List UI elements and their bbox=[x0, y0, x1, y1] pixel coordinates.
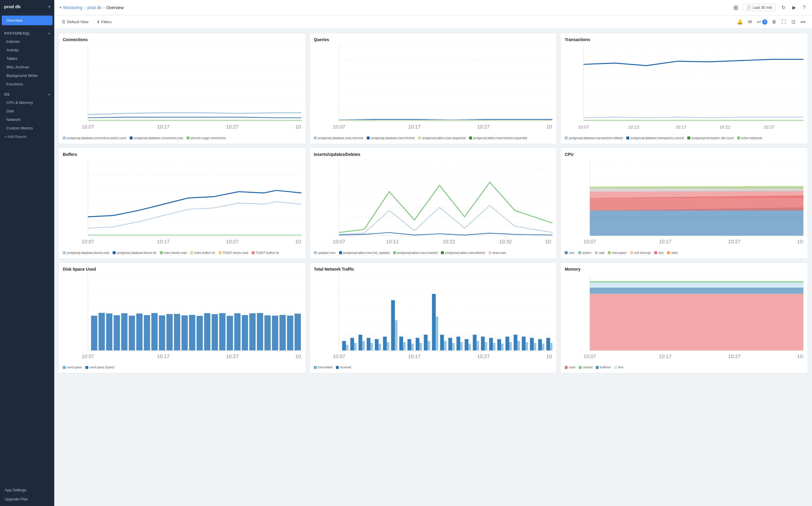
legend-label: buffered bbox=[600, 366, 611, 369]
legend-item: used bbox=[565, 366, 575, 369]
legend-label: used bbox=[569, 366, 575, 369]
postgresql-nav-group: IndexesActivityTablesWAL ArchiverBackgro… bbox=[0, 37, 54, 88]
dashboard: Connections 10:07 10:17 10:27 10:37 post… bbox=[54, 29, 812, 506]
svg-rect-177 bbox=[534, 343, 536, 350]
svg-rect-168 bbox=[497, 339, 501, 350]
chart-area-disk-space: 10:07 10:17 10:27 10:37 bbox=[63, 274, 302, 364]
svg-rect-109 bbox=[234, 313, 240, 350]
chart-title-queries: Queries bbox=[314, 37, 553, 42]
chart-card-cpu: CPU 10:07 10:17 10:27 10:37 usersystemwa… bbox=[560, 148, 808, 259]
svg-rect-106 bbox=[211, 314, 218, 350]
sidebar-item-functions[interactable]: Functions bbox=[0, 80, 54, 88]
db-name: prod db bbox=[4, 4, 20, 9]
sidebar-item-overview[interactable]: Overview bbox=[2, 15, 53, 25]
svg-rect-117 bbox=[295, 314, 301, 350]
chart-area-inserts-updates-deletes: 10:07 10:12 10:22 10:32 10:37 bbox=[314, 160, 553, 249]
legend-item: soft interrupt bbox=[630, 251, 651, 254]
svg-text:10:17: 10:17 bbox=[659, 239, 672, 244]
chart-area-connections: 10:07 10:17 10:27 10:37 bbox=[63, 45, 302, 134]
refresh-icon[interactable]: ↻ bbox=[780, 4, 787, 11]
sidebar-header[interactable]: prod db ▾ bbox=[0, 0, 54, 13]
svg-rect-97 bbox=[144, 315, 150, 350]
legend-color bbox=[418, 137, 421, 140]
svg-text:10:27: 10:27 bbox=[763, 124, 774, 130]
svg-text:10:12: 10:12 bbox=[628, 124, 639, 130]
legend-color bbox=[252, 251, 255, 254]
svg-rect-180 bbox=[546, 338, 550, 350]
breadcrumb-monitoring[interactable]: Monitoring bbox=[63, 5, 82, 10]
legend-item: index blocks read bbox=[160, 251, 187, 254]
legend-item: received bbox=[336, 366, 351, 369]
legend-color bbox=[614, 366, 617, 369]
legend-item: dead rows bbox=[488, 251, 506, 254]
legend-item: cached bbox=[579, 366, 592, 369]
time-label: Last 30 min bbox=[753, 5, 773, 10]
sidebar-item-network[interactable]: Network bbox=[0, 115, 54, 124]
mail-icon[interactable]: ✉ bbox=[747, 18, 753, 26]
legend-color bbox=[113, 251, 116, 254]
breadcrumb-sep2: › bbox=[103, 5, 105, 10]
legend-label: received bbox=[340, 366, 351, 369]
svg-rect-146 bbox=[407, 339, 411, 350]
legend-item: steal bbox=[667, 251, 677, 254]
chart-legend-inserts-updates-deletes: updated rowspostgresql.tables.rows.hot_u… bbox=[314, 251, 553, 254]
sidebar-section-postgresql[interactable]: PostgreSQL ▾ bbox=[0, 28, 54, 37]
sidebar-item-custom-metrics[interactable]: Custom Metrics bbox=[0, 124, 54, 133]
svg-rect-169 bbox=[501, 343, 504, 350]
sidebar-item-disk[interactable]: Disk bbox=[0, 107, 54, 115]
svg-text:10:17: 10:17 bbox=[659, 353, 672, 359]
svg-rect-143 bbox=[395, 320, 398, 350]
sidebar-item-background-writer[interactable]: Background Writer bbox=[0, 71, 54, 80]
legend-label: user bbox=[569, 251, 574, 254]
toolbar-left: ☰ Default View ⧱ Filters bbox=[60, 18, 114, 25]
legend-item: postgresql.tables.scan.sequential bbox=[418, 137, 466, 140]
legend-label: nice bbox=[658, 251, 664, 254]
svg-rect-90 bbox=[91, 316, 97, 350]
time-selector[interactable]: 🕐 Last 30 min bbox=[743, 4, 776, 11]
svg-rect-112 bbox=[257, 313, 263, 350]
filters-button[interactable]: ⧱ Filters bbox=[95, 18, 114, 25]
svg-text:10:32: 10:32 bbox=[499, 239, 512, 244]
legend-item: wait bbox=[595, 251, 604, 254]
play-icon[interactable]: ▶ bbox=[791, 4, 797, 11]
svg-text:10:27: 10:27 bbox=[477, 124, 490, 130]
legend-color bbox=[314, 366, 317, 369]
more-icon[interactable]: ••• bbox=[799, 18, 807, 26]
chart-legend-buffers: postgresql.database.blocks.readpostgresq… bbox=[63, 251, 302, 254]
svg-rect-101 bbox=[174, 314, 180, 350]
svg-rect-91 bbox=[99, 313, 105, 350]
bell-icon[interactable]: 🔔 bbox=[736, 18, 744, 26]
legend-label: percent usage connections bbox=[191, 137, 226, 140]
svg-rect-114 bbox=[272, 316, 278, 350]
sidebar-footer-upgrade-plan[interactable]: Upgrade Plan bbox=[0, 495, 54, 504]
legend-color bbox=[565, 251, 568, 254]
breadcrumb-db[interactable]: prod db bbox=[87, 5, 101, 10]
chart-card-memory: Memory 10:07 10:17 10:27 10:37 usedcache… bbox=[560, 262, 808, 373]
sidebar-item-wal-archiver[interactable]: WAL Archiver bbox=[0, 63, 54, 71]
svg-marker-194 bbox=[590, 281, 804, 282]
sidebar-item-indexes[interactable]: Indexes bbox=[0, 37, 54, 46]
svg-rect-149 bbox=[419, 343, 422, 350]
chart-title-buffers: Buffers bbox=[63, 152, 302, 157]
svg-text:10:37: 10:37 bbox=[295, 353, 301, 359]
add-report-button[interactable]: + Add Report bbox=[0, 133, 54, 141]
svg-text:10:37: 10:37 bbox=[546, 124, 552, 130]
sidebar-item-activity[interactable]: Activity bbox=[0, 46, 54, 54]
sidebar-item-cpu-memory[interactable]: CPU & Memory bbox=[0, 98, 54, 107]
svg-rect-134 bbox=[359, 335, 362, 350]
svg-rect-104 bbox=[197, 316, 203, 350]
layout-icon[interactable]: ⊡ bbox=[790, 18, 797, 26]
default-view-button[interactable]: ☰ Default View bbox=[60, 18, 91, 25]
sidebar-footer-app-settings[interactable]: App Settings bbox=[0, 486, 54, 495]
svg-rect-163 bbox=[477, 341, 479, 350]
monitor-icon[interactable]: 🖥 bbox=[770, 18, 777, 26]
toolbar: ☰ Default View ⧱ Filters 🔔 ✉ ↩ 0 🖥 ⛶ ⊡ •… bbox=[54, 15, 812, 29]
apps-icon[interactable]: ⊞ bbox=[733, 4, 738, 11]
expand-icon[interactable]: ⛶ bbox=[780, 18, 787, 26]
sidebar-item-tables[interactable]: Tables bbox=[0, 54, 54, 63]
chart-area-queries: 10:07 10:17 10:27 10:37 bbox=[314, 45, 553, 134]
notification-icon[interactable]: ↩ bbox=[756, 18, 762, 26]
svg-rect-110 bbox=[242, 315, 248, 350]
help-icon[interactable]: ? bbox=[802, 4, 807, 11]
sidebar-section-os[interactable]: OS ▾ bbox=[0, 89, 54, 98]
